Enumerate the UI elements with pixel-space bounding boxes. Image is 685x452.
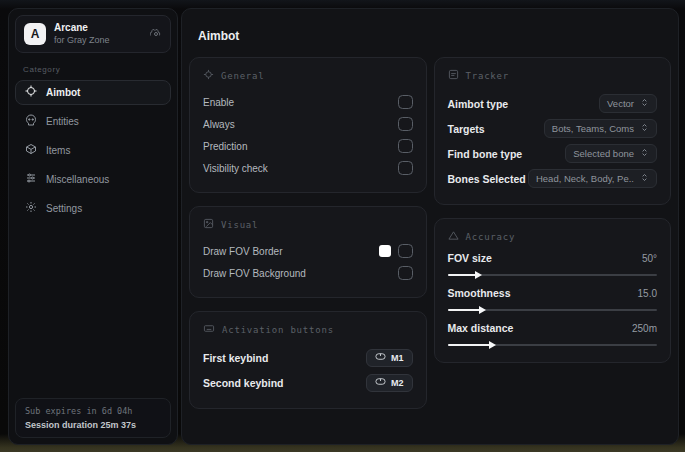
prediction-label: Prediction (203, 141, 247, 152)
page-title: Aimbot (198, 29, 671, 43)
draw-fov-border-checkbox[interactable] (398, 244, 413, 258)
select-value: Bots, Teams, Coms (552, 123, 634, 134)
activation-buttons-card: Activation buttons First keybind M1 Seco… (189, 311, 427, 409)
sidebar-item-items[interactable]: Items (15, 138, 171, 163)
bones-selected-select[interactable]: Head, Neck, Body, Pe.. (528, 169, 657, 188)
fov-border-color-swatch[interactable] (379, 245, 391, 257)
keyboard-icon (203, 323, 215, 336)
targets-label: Targets (448, 123, 485, 135)
tracker-icon (448, 69, 459, 82)
chevrons-up-down-icon (640, 98, 649, 109)
draw-fov-background-checkbox[interactable] (398, 266, 413, 280)
tracker-card: Tracker Aimbot type Vector Targets Bots,… (434, 57, 672, 205)
section-title: Activation buttons (222, 325, 334, 335)
second-keybind-label: Second keybind (203, 377, 284, 389)
select-value: Vector (607, 98, 634, 109)
sidebar-item-entities[interactable]: Entities (15, 109, 171, 134)
fov-size-group: FOV size 50° (448, 252, 658, 279)
draw-fov-border-label: Draw FOV Border (203, 246, 282, 257)
keybind-value: M1 (391, 353, 404, 363)
max-distance-value: 250m (632, 323, 657, 334)
smoothness-label: Smoothness (448, 287, 511, 299)
smoothness-value: 15.0 (638, 288, 657, 299)
app-name: Arcane (54, 22, 142, 35)
mouse-icon (375, 352, 386, 363)
select-value: Selected bone (573, 148, 634, 159)
sidebar-item-label: Settings (46, 203, 82, 214)
sidebar-item-miscellaneous[interactable]: Miscellaneous (15, 167, 171, 192)
sidebar-item-label: Entities (46, 116, 79, 127)
always-checkbox[interactable] (398, 117, 413, 131)
smoothness-slider[interactable] (448, 306, 658, 314)
general-card: General Enable Always Prediction Visibil… (189, 57, 427, 193)
chevrons-up-down-icon (640, 123, 649, 134)
chevrons-up-down-icon (640, 148, 649, 159)
find-bone-type-select[interactable]: Selected bone (565, 144, 657, 163)
aimbot-type-select[interactable]: Vector (599, 94, 657, 113)
draw-fov-background-label: Draw FOV Background (203, 268, 306, 279)
category-label: Category (23, 65, 171, 74)
crosshair-icon (25, 85, 37, 99)
slider-thumb[interactable] (479, 306, 486, 314)
visibility-check-checkbox[interactable] (398, 161, 413, 175)
accuracy-card: Accuracy FOV size 50° Smoothness 15.0 (434, 218, 672, 363)
crosshair-icon (203, 69, 214, 82)
prediction-checkbox[interactable] (398, 139, 413, 153)
chevrons-up-down-icon (640, 173, 649, 184)
section-title: Visual (221, 220, 258, 230)
always-label: Always (203, 119, 235, 130)
first-keybind-label: First keybind (203, 352, 268, 364)
section-title: Accuracy (466, 232, 516, 242)
sliders-icon (25, 172, 37, 186)
slider-thumb[interactable] (489, 341, 496, 349)
sidebar: A Arcane for Gray Zone Category Aimbot E… (8, 8, 178, 445)
section-title: Tracker (466, 71, 510, 81)
section-title: General (221, 71, 265, 81)
sidebar-item-aimbot[interactable]: Aimbot (15, 80, 171, 105)
sidebar-item-label: Aimbot (46, 87, 80, 98)
cube-icon (25, 143, 37, 157)
enable-label: Enable (203, 97, 234, 108)
max-distance-slider[interactable] (448, 341, 658, 349)
keybind-value: M2 (391, 378, 404, 388)
find-bone-type-label: Find bone type (448, 148, 523, 160)
targets-select[interactable]: Bots, Teams, Coms (544, 119, 657, 138)
select-value: Head, Neck, Body, Pe.. (536, 173, 634, 184)
fov-size-value: 50° (642, 253, 657, 264)
gear-icon[interactable] (150, 28, 162, 40)
subscription-info: Sub expires in 6d 04h Session duration 2… (15, 398, 171, 438)
bones-selected-label: Bones Selected (448, 173, 526, 185)
visual-card: Visual Draw FOV Border Draw FOV Backgrou… (189, 206, 427, 298)
sidebar-item-settings[interactable]: Settings (15, 196, 171, 221)
sidebar-nav: Aimbot Entities Items Miscellaneous Sett… (15, 80, 171, 221)
image-icon (203, 218, 214, 231)
gear-icon (25, 201, 37, 215)
enable-checkbox[interactable] (398, 95, 413, 109)
mouse-icon (375, 377, 386, 388)
max-distance-group: Max distance 250m (448, 322, 658, 349)
sidebar-item-label: Items (46, 145, 70, 156)
slider-thumb[interactable] (475, 271, 482, 279)
triangle-icon (448, 230, 459, 243)
session-duration-text: Session duration 25m 37s (25, 420, 161, 430)
first-keybind-button[interactable]: M1 (366, 349, 413, 367)
app-brand: A Arcane for Gray Zone (15, 15, 171, 53)
fov-size-label: FOV size (448, 252, 492, 264)
fov-size-slider[interactable] (448, 271, 658, 279)
sub-expiry-text: Sub expires in 6d 04h (25, 406, 161, 416)
sidebar-item-label: Miscellaneous (46, 174, 109, 185)
app-subtitle: for Gray Zone (54, 35, 142, 46)
second-keybind-button[interactable]: M2 (366, 374, 413, 392)
smoothness-group: Smoothness 15.0 (448, 287, 658, 314)
aimbot-type-label: Aimbot type (448, 98, 509, 110)
visibility-check-label: Visibility check (203, 163, 268, 174)
max-distance-label: Max distance (448, 322, 514, 334)
skull-icon (25, 114, 37, 128)
app-logo: A (24, 23, 46, 45)
main-panel: Aimbot General Enable Always Prediction … (181, 8, 679, 445)
